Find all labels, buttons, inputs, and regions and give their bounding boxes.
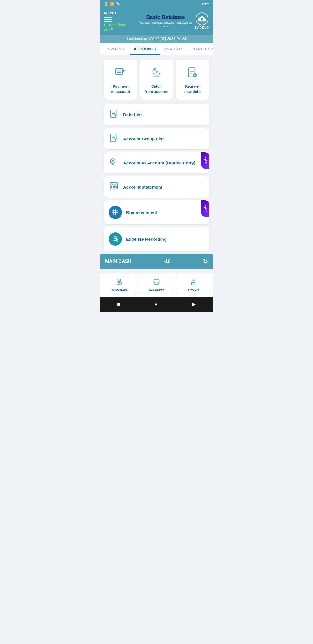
svg-rect-3 [153,76,160,77]
stores-label: Stores [188,288,199,292]
tab-accounts[interactable]: ACCOUNTS [130,43,160,55]
materials-label: Materials [112,288,127,292]
sim-icon: 📶 [110,2,114,6]
account-group-icon [109,133,119,144]
box-movement-item[interactable]: Box movement تطوير [104,200,209,224]
register-card-label: Registernew debt [184,84,201,94]
status-time: ٨:٣٣ [202,2,209,6]
catch-icon [150,66,163,81]
nav-stores[interactable]: Stores [176,277,211,294]
double-entry-icon [109,158,119,168]
recents-button[interactable]: ▶ [192,301,196,307]
catch-from-account-card[interactable]: Catchfrom account [140,60,173,100]
tab-warehouse[interactable]: WAREHOUSE [188,43,213,55]
box-movement-icon [109,206,122,219]
home-button[interactable]: ● [154,301,158,307]
refresh-icon[interactable]: ↻ [203,258,208,265]
menu-lines [104,17,136,22]
card-grid: Paymentto account Catchfrom account [104,60,209,100]
account-statement-item[interactable]: 📊 Account statement [104,176,209,198]
backup-button[interactable]: BACKUP [195,12,209,29]
svg-rect-52 [156,282,156,283]
box-movement-dev-badge: تطوير [201,200,209,217]
expense-recording-icon [109,232,122,246]
android-nav-bar: ■ ● ▶ [100,297,213,312]
svg-rect-31 [114,186,116,188]
battery-icon: 🔋 [104,2,108,6]
svg-point-40 [114,236,117,239]
back-button[interactable]: ■ [117,301,120,307]
backup-text: Last backup: [20:32:07] 2023-04-23 [127,37,186,41]
svg-rect-30 [113,186,114,188]
tab-bar: INVOICES ACCOUNTS REPORTS WAREHOUSE [100,43,213,55]
svg-rect-29 [111,186,112,188]
nav-materials[interactable]: Materials [102,277,137,294]
account-statement-icon: 📊 [109,182,119,192]
header-subtitle: You can navigate between databases here [136,21,195,28]
header-title: Basic Database [136,14,195,20]
payment-card-label: Paymentto account [111,84,130,94]
status-bar: 🔋 📶 📡 ٨:٣٣ [100,0,213,8]
svg-rect-2 [117,72,121,73]
expense-recording-label: Expense Recording [126,237,167,242]
svg-text:📊: 📊 [112,183,114,185]
tab-invoices[interactable]: INVOICES [102,43,130,55]
backup-label: BACKUP [195,26,209,29]
main-cash-bar: MAIN CASH -10 ↻ [100,254,213,269]
current-user: Current User : المدير [104,23,136,31]
nav-accounts[interactable]: Accounts [139,277,174,294]
accounts-icon [153,279,160,287]
app-header: MENU Current User : المدير Basic Databas… [100,8,213,35]
accounts-label: Accounts [149,288,165,292]
expense-recording-item[interactable]: Expense Recording [104,227,209,251]
register-icon [186,66,199,81]
double-entry-label: Account to Account (Double Entry) [123,160,195,165]
backup-icon [196,12,208,25]
backup-banner: Last backup: [20:32:07] 2023-04-23 [100,35,213,43]
account-group-item[interactable]: Account Group List [104,128,209,149]
payment-icon [114,66,127,81]
tab-reports[interactable]: REPORTS [160,43,188,55]
debt-list-label: Debt List [123,112,142,117]
svg-rect-57 [193,280,194,281]
status-icons: 🔋 📶 📡 [104,2,120,6]
stores-icon [190,279,197,287]
menu-label: MENU [104,11,136,15]
header-center: Basic Database You can navigate between … [136,14,195,28]
svg-rect-54 [158,282,159,283]
bottom-nav: Materials Accounts Stores [100,274,213,297]
wifi-icon: 📡 [116,2,120,6]
svg-rect-51 [154,282,155,284]
debt-list-icon [109,109,119,120]
account-statement-label: Account statement [123,184,162,189]
main-content: Paymentto account Catchfrom account [100,55,213,274]
main-cash-label: MAIN CASH [105,259,132,264]
box-movement-label: Box movement [126,210,157,215]
materials-icon [116,279,123,287]
debt-list-item[interactable]: Debt List [104,104,209,125]
double-entry-dev-badge: تطوير [201,152,209,169]
register-new-debt-card[interactable]: Registernew debt [176,60,209,100]
account-group-label: Account Group List [123,136,164,141]
svg-rect-53 [157,282,157,283]
menu-button[interactable]: MENU [104,11,136,22]
svg-rect-32 [116,186,117,188]
double-entry-item[interactable]: Account to Account (Double Entry) تطوير [104,152,209,173]
payment-to-account-card[interactable]: Paymentto account [104,60,137,100]
main-cash-value: -10 [164,259,170,264]
catch-card-label: Catchfrom account [145,84,168,94]
